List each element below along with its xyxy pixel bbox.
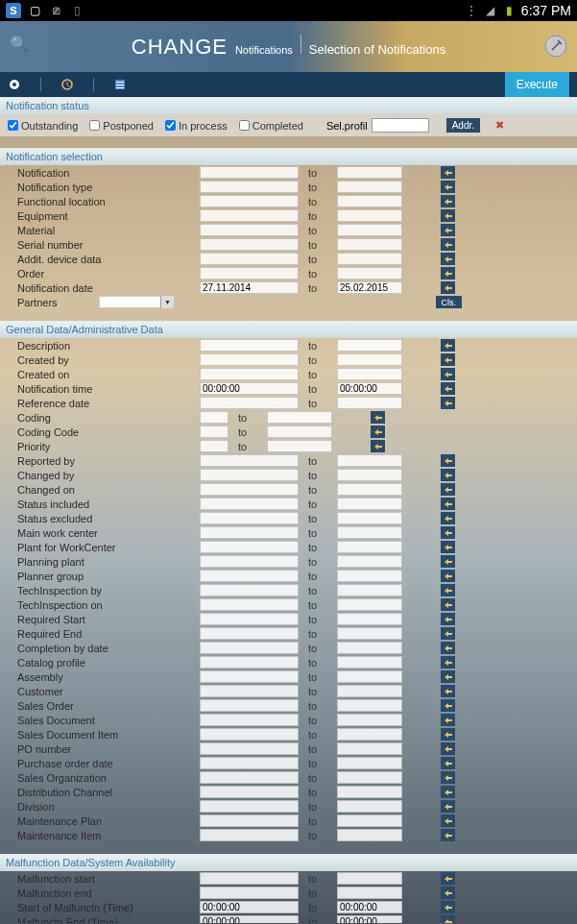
from-input[interactable] [200,901,299,913]
from-input[interactable] [200,887,299,899]
chevron-down-icon[interactable]: ▼ [160,296,174,308]
multi-select-icon[interactable] [441,887,455,899]
to-input[interactable] [337,224,402,236]
to-input[interactable] [337,872,402,885]
from-input[interactable] [200,166,299,179]
from-input[interactable] [200,238,299,251]
multi-select-icon[interactable] [441,901,455,913]
from-input[interactable] [200,397,299,409]
multi-select-icon[interactable] [441,714,455,726]
execute-button[interactable]: Execute [505,72,569,97]
from-input[interactable] [200,699,299,712]
multi-select-icon[interactable] [441,368,455,380]
from-input[interactable] [200,181,299,193]
multi-select-icon[interactable] [441,786,455,798]
from-input[interactable] [200,440,228,452]
to-input[interactable] [337,786,402,798]
from-input[interactable] [200,512,299,524]
to-input[interactable] [337,512,402,524]
multi-select-icon[interactable] [441,555,455,568]
from-input[interactable] [200,829,299,841]
to-input[interactable] [337,555,402,568]
from-input[interactable] [200,800,299,813]
to-input[interactable] [337,238,402,251]
addr-button[interactable]: Addr. [446,118,480,133]
from-input[interactable] [200,656,299,669]
from-input[interactable] [200,570,299,582]
from-input[interactable] [200,714,299,726]
to-input[interactable] [337,757,402,769]
from-input[interactable] [200,469,299,481]
to-input[interactable] [337,742,402,755]
multi-select-icon[interactable] [441,742,455,755]
to-input[interactable] [337,800,402,813]
multi-select-icon[interactable] [441,181,455,193]
from-input[interactable] [200,368,299,380]
multi-select-icon[interactable] [441,757,455,769]
multi-select-icon[interactable] [441,267,455,280]
cls-button[interactable]: Cls. [436,296,463,308]
to-input[interactable] [337,498,402,510]
to-input[interactable] [337,887,402,899]
multi-select-icon[interactable] [441,253,455,265]
sel-profil-input[interactable] [372,118,429,133]
multi-select-icon[interactable] [441,598,455,611]
to-input[interactable] [337,714,402,726]
multi-select-icon[interactable] [441,570,455,582]
to-input[interactable] [337,627,402,640]
to-input[interactable] [337,267,402,280]
to-input[interactable] [337,541,402,553]
from-input[interactable] [200,454,299,467]
to-input[interactable] [337,368,402,380]
to-input[interactable] [337,728,402,741]
multi-select-icon[interactable] [441,454,455,467]
from-input[interactable] [200,353,299,366]
to-input[interactable] [337,526,402,539]
from-input[interactable] [200,613,299,625]
to-input[interactable] [337,570,402,582]
to-input[interactable] [337,195,402,207]
multi-select-icon[interactable] [441,656,455,669]
from-input[interactable] [200,627,299,640]
to-input[interactable] [337,699,402,712]
to-input[interactable] [337,901,402,913]
to-input[interactable] [337,469,402,481]
checkbox-outstanding[interactable]: Outstanding [8,120,78,132]
multi-select-icon[interactable] [441,281,455,294]
to-input[interactable] [337,353,402,366]
to-input[interactable] [337,382,402,395]
multi-select-icon[interactable] [441,627,455,640]
from-input[interactable] [200,815,299,827]
from-input[interactable] [200,642,299,654]
from-input[interactable] [200,541,299,553]
multi-select-icon[interactable] [441,209,455,222]
from-input[interactable] [200,195,299,207]
from-input[interactable] [200,498,299,510]
to-input[interactable] [337,166,402,179]
to-input[interactable] [337,181,402,193]
multi-select-icon[interactable] [441,238,455,251]
to-input[interactable] [337,209,402,222]
to-input[interactable] [337,397,402,409]
multi-select-icon[interactable] [441,382,455,395]
multi-select-icon[interactable] [441,483,455,496]
from-input[interactable] [200,757,299,769]
to-input[interactable] [337,253,402,265]
toolbar-clock-icon[interactable] [60,78,74,91]
from-input[interactable] [200,685,299,697]
multi-select-icon[interactable] [441,397,455,409]
from-input[interactable] [200,426,228,438]
from-input[interactable] [200,339,299,352]
from-input[interactable] [200,555,299,568]
multi-select-icon[interactable] [371,426,385,438]
toolbar-list-icon[interactable] [113,78,127,91]
multi-select-icon[interactable] [441,915,455,923]
multi-select-icon[interactable] [441,642,455,654]
multi-select-icon[interactable] [441,670,455,683]
multi-select-icon[interactable] [441,699,455,712]
to-input[interactable] [337,642,402,654]
from-input[interactable] [200,526,299,539]
from-input[interactable] [200,382,299,395]
toolbar-globe-icon[interactable] [8,78,21,91]
to-input[interactable] [267,411,332,424]
